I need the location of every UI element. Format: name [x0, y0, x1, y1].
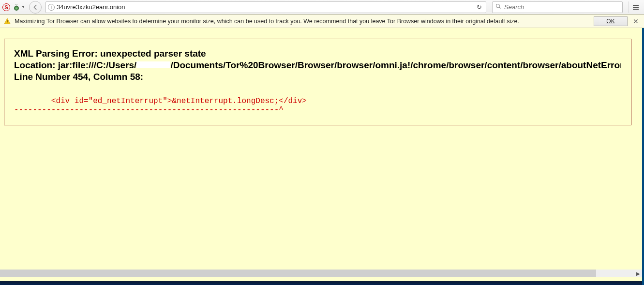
hscroll-thumb[interactable]: [0, 270, 596, 277]
horizontal-scrollbar[interactable]: ▶: [0, 270, 642, 277]
menu-button[interactable]: [629, 1, 642, 13]
torbutton-dropdown-icon[interactable]: ▼: [21, 5, 25, 9]
svg-point-2: [15, 7, 17, 9]
browser-toolbar: S ▼ i ↻: [0, 0, 644, 15]
svg-rect-6: [633, 7, 639, 8]
redacted-username: [136, 61, 170, 68]
svg-rect-7: [633, 9, 639, 10]
back-button[interactable]: [29, 1, 42, 14]
content-viewport: XML Parsing Error: unexpected parser sta…: [0, 28, 644, 285]
warning-icon: [4, 18, 11, 25]
svg-rect-5: [633, 5, 639, 6]
taskbar-edge: [0, 281, 642, 285]
search-icon: [495, 3, 501, 11]
url-input[interactable]: [57, 3, 473, 11]
error-source: <div id="ed_netInterrupt">&netInterrupt.…: [14, 97, 621, 114]
search-bar[interactable]: [492, 1, 623, 13]
reload-button[interactable]: ↻: [475, 3, 484, 11]
search-input[interactable]: [504, 3, 619, 11]
error-line-2: Location: jar:file:///C:/Users//Document…: [14, 60, 621, 71]
notification-bar: Maximizing Tor Browser can allow website…: [0, 15, 644, 28]
svg-point-3: [496, 4, 500, 8]
svg-rect-9: [7, 23, 7, 23]
svg-line-4: [499, 7, 501, 9]
torbutton-icon[interactable]: [13, 3, 20, 11]
error-line-1: XML Parsing Error: unexpected parser sta…: [14, 48, 621, 60]
error-line-3: Line Number 454, Column 58:: [14, 71, 621, 83]
site-info-icon[interactable]: i: [48, 4, 55, 11]
notification-close-button[interactable]: ✕: [631, 17, 640, 25]
hscroll-track[interactable]: [0, 270, 634, 277]
svg-rect-8: [7, 20, 7, 22]
noscript-icon[interactable]: S: [2, 3, 11, 12]
xml-error-box: XML Parsing Error: unexpected parser sta…: [4, 39, 631, 125]
hscroll-right-button[interactable]: ▶: [634, 270, 642, 277]
notification-ok-button[interactable]: OK: [594, 16, 628, 26]
url-bar[interactable]: i ↻: [45, 1, 486, 13]
notification-text: Maximizing Tor Browser can allow website…: [15, 18, 590, 25]
